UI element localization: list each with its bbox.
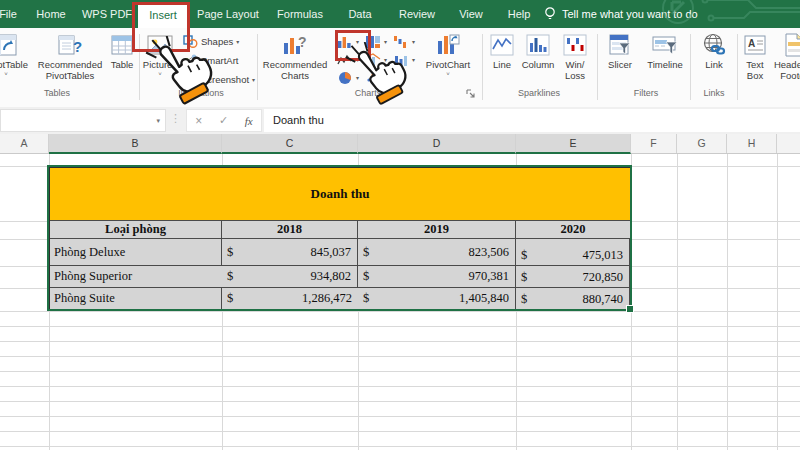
slicer-icon xyxy=(608,32,632,58)
cell-suite-2020[interactable]: $880,740 xyxy=(516,288,630,310)
timeline-button[interactable]: Timeline xyxy=(642,32,688,71)
column-header-a[interactable]: A xyxy=(0,134,49,153)
formula-bar: ▾ ⋮ × ✓ fx Doanh thu xyxy=(0,107,800,134)
gridline xyxy=(727,154,728,450)
table-header-2018[interactable]: 2018 xyxy=(222,221,358,239)
cell-suite-2019[interactable]: $1,405,840 xyxy=(358,288,516,310)
cell-suite-2018[interactable]: $1,286,472 xyxy=(222,288,358,310)
gridline xyxy=(0,401,800,402)
recommended-charts-icon: ? xyxy=(282,32,308,58)
cell-deluxe-2020[interactable]: $475,013 xyxy=(516,239,630,266)
column-header-c[interactable]: C xyxy=(222,134,358,154)
tab-review[interactable]: Review xyxy=(390,0,444,28)
gridline xyxy=(0,446,800,447)
currency-symbol: $ xyxy=(363,245,369,260)
sparkline-column-icon xyxy=(526,32,550,58)
column-header-h[interactable]: H xyxy=(727,134,777,153)
sparkline-line-label: Line xyxy=(493,60,511,71)
column-header-d[interactable]: D xyxy=(358,134,516,154)
tab-page-layout[interactable]: Page Layout xyxy=(190,0,266,28)
gridline xyxy=(0,386,800,387)
tab-formulas[interactable]: Formulas xyxy=(268,0,332,28)
dropdown-caret-icon: ˅ xyxy=(4,71,8,77)
table-header-2020[interactable]: 2020 xyxy=(516,221,630,239)
enter-button[interactable]: ✓ xyxy=(219,114,228,127)
svg-text:?: ? xyxy=(73,38,82,55)
table-header-2019[interactable]: 2019 xyxy=(358,221,516,239)
cell-value: 845,037 xyxy=(310,245,351,260)
cell-deluxe-2019[interactable]: $823,506 xyxy=(358,239,516,266)
dropdown-caret-icon: ▾ xyxy=(236,39,239,45)
tab-data[interactable]: Data xyxy=(338,0,382,28)
text-box-button[interactable]: A Text Box xyxy=(740,32,770,81)
cell-superior-2018[interactable]: $934,802 xyxy=(222,266,358,288)
currency-symbol: $ xyxy=(521,248,527,263)
tab-file[interactable]: File xyxy=(0,0,28,28)
column-header-g[interactable]: G xyxy=(677,134,727,153)
pivottable-button[interactable]: PivotTable ˅ xyxy=(0,32,32,77)
name-box-dropdown-icon[interactable]: ▾ xyxy=(156,117,160,125)
svg-text:A: A xyxy=(748,38,755,49)
sparkline-column-button[interactable]: Column xyxy=(518,32,558,71)
column-header-e[interactable]: E xyxy=(516,134,631,154)
cell-value: 934,802 xyxy=(310,269,351,284)
link-button[interactable]: Link xyxy=(692,32,736,71)
group-label-sparklines: Sparklines xyxy=(479,88,599,98)
table-label: Table xyxy=(111,60,134,71)
column-header-i[interactable] xyxy=(777,134,800,153)
sparkline-line-button[interactable]: Line xyxy=(486,32,518,71)
table-title-cell[interactable]: Doanh thu xyxy=(50,168,630,221)
tab-home[interactable]: Home xyxy=(28,0,74,28)
cell-superior-2019[interactable]: $970,381 xyxy=(358,266,516,288)
dropdown-caret-icon: ▾ xyxy=(252,77,255,83)
cell-room-superior[interactable]: Phòng Superior xyxy=(50,266,222,288)
currency-symbol: $ xyxy=(521,292,527,307)
recommended-charts-button[interactable]: ? Recommended Charts xyxy=(260,32,330,81)
header-footer-icon xyxy=(784,32,800,58)
table-icon xyxy=(110,32,134,58)
cell-deluxe-2018[interactable]: $845,037 xyxy=(222,239,358,266)
recommended-pivottables-button[interactable]: ? Recommended PivotTables xyxy=(34,32,106,81)
table-header-room-type[interactable]: Loại phòng xyxy=(50,221,222,239)
link-icon xyxy=(701,32,727,58)
slicer-button[interactable]: Slicer xyxy=(602,32,638,71)
insert-function-button[interactable]: fx xyxy=(245,115,253,127)
group-label-links: Links xyxy=(654,88,774,98)
dropdown-caret-icon: ▾ xyxy=(412,57,415,63)
click-hand-cursor-charts xyxy=(340,42,412,108)
ribbon-tab-bar: File Home WPS PDF Insert Page Layout For… xyxy=(0,0,800,28)
cell-value: 720,850 xyxy=(582,270,623,285)
currency-symbol: $ xyxy=(363,291,369,306)
tab-wps-pdf[interactable]: WPS PDF xyxy=(76,0,138,28)
tab-view[interactable]: View xyxy=(450,0,492,28)
link-label: Link xyxy=(705,60,722,71)
cell-room-suite[interactable]: Phòng Suite xyxy=(50,288,222,310)
pivotchart-label: PivotChart xyxy=(426,60,470,71)
formula-input[interactable]: Doanh thu xyxy=(264,109,800,132)
cancel-button[interactable]: × xyxy=(195,114,202,128)
sheet-grid[interactable]: Doanh thu Loại phòng 2018 2019 2020 Phòn… xyxy=(0,154,800,450)
column-header-f[interactable]: F xyxy=(631,134,677,153)
tab-help[interactable]: Help xyxy=(498,0,540,28)
svg-text:?: ? xyxy=(298,34,307,50)
pivotchart-button[interactable]: PivotChart ˅ xyxy=(424,32,472,77)
revenue-table[interactable]: Doanh thu Loại phòng 2018 2019 2020 Phòn… xyxy=(49,167,631,311)
gridline xyxy=(777,154,778,450)
recommended-pivottables-icon: ? xyxy=(58,32,82,58)
lightbulb-icon xyxy=(543,6,557,22)
group-label-tables: Tables xyxy=(0,88,117,98)
timeline-label: Timeline xyxy=(647,60,683,71)
cell-room-deluxe[interactable]: Phòng Deluxe xyxy=(50,239,222,266)
dropdown-caret-icon: ˅ xyxy=(446,71,450,77)
column-header-row: A B C D E F G H xyxy=(0,134,800,154)
pivotchart-icon xyxy=(436,32,460,58)
charts-dialog-launcher[interactable] xyxy=(466,89,476,99)
currency-symbol: $ xyxy=(521,270,527,285)
name-box[interactable]: ▾ xyxy=(0,109,166,132)
header-footer-button[interactable]: Header & Footer xyxy=(772,32,800,81)
cell-superior-2020[interactable]: $720,850 xyxy=(516,266,630,288)
header-footer-label: Header & Footer xyxy=(772,60,800,81)
group-separator xyxy=(257,34,258,100)
sparkline-winloss-button[interactable]: Win/ Loss xyxy=(558,32,592,81)
column-header-b[interactable]: B xyxy=(49,134,222,154)
